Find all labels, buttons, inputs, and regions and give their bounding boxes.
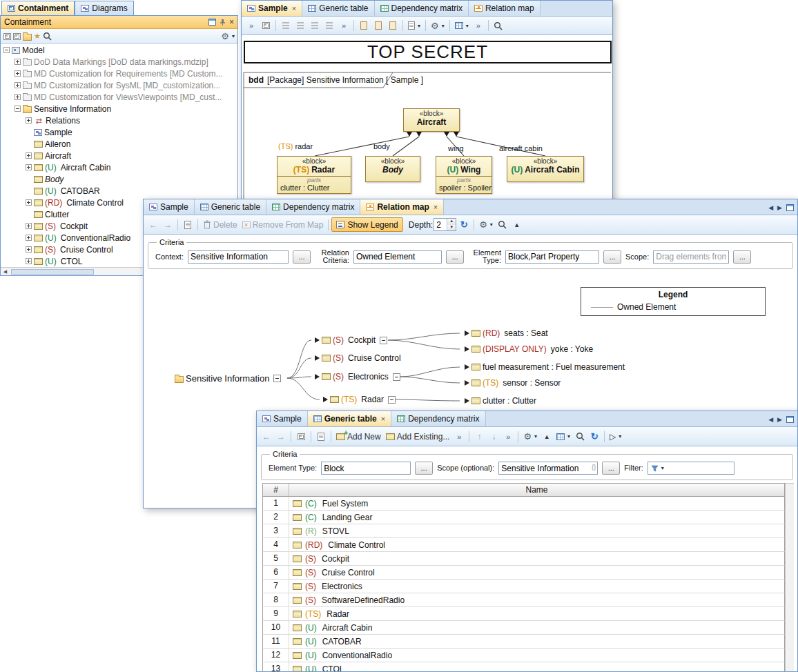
block-radar[interactable]: «block» (TS)Radar parts clutter : Clutte…: [277, 156, 351, 194]
refresh-icon[interactable]: ↻: [587, 430, 601, 444]
open-folder-icon[interactable]: [23, 34, 32, 41]
align-center-icon[interactable]: [293, 19, 307, 32]
gear-icon[interactable]: ⚙: [221, 32, 229, 41]
table-header[interactable]: # Name: [262, 483, 785, 497]
tree-item[interactable]: Aileron: [1, 138, 237, 150]
tab-dependency-matrix[interactable]: Dependency matrix: [266, 199, 360, 215]
search-icon[interactable]: [573, 430, 587, 444]
tree-item[interactable]: Body: [1, 173, 237, 185]
forward-icon[interactable]: →: [274, 430, 288, 444]
dependencies-icon[interactable]: ▾: [406, 19, 422, 32]
scope-input[interactable]: [498, 462, 598, 475]
expander-icon[interactable]: [14, 106, 21, 112]
relation-criteria-more-button[interactable]: ...: [446, 250, 464, 264]
tab-diagrams[interactable]: Diagrams: [75, 1, 133, 15]
scrollbar-thumb[interactable]: [11, 269, 94, 275]
element-type-more-button[interactable]: ...: [603, 250, 621, 264]
step-up-icon[interactable]: ▲: [447, 219, 456, 225]
tab-scroll-left-icon[interactable]: ◀: [768, 204, 773, 211]
tab-relation-map[interactable]: Relation map: [360, 199, 444, 215]
table-row[interactable]: 1(C)Fuel System: [262, 497, 785, 511]
tree-item[interactable]: MD Customization for SysML [MD_customiza…: [1, 79, 237, 91]
expander-icon[interactable]: [26, 152, 32, 159]
expander-icon[interactable]: [26, 235, 32, 241]
element-type-more-button[interactable]: ...: [415, 462, 433, 475]
expander-icon[interactable]: [26, 246, 32, 253]
search-icon[interactable]: [496, 218, 509, 232]
tab-relation-map[interactable]: Relation map: [469, 1, 541, 16]
open-specification-icon[interactable]: [181, 218, 195, 232]
tree-item[interactable]: Aircraft: [1, 150, 237, 161]
step-down-icon[interactable]: ▼: [447, 225, 456, 231]
tab-scroll-right-icon[interactable]: ▶: [777, 204, 782, 211]
restore-window-icon[interactable]: [786, 416, 794, 423]
pin-icon[interactable]: [219, 19, 226, 26]
collapse-icon[interactable]: [273, 375, 281, 382]
table-row[interactable]: 5(S)Cockpit: [262, 552, 785, 566]
align-left-icon[interactable]: [279, 19, 293, 32]
restore-window-icon[interactable]: [786, 204, 794, 211]
open-specification-icon[interactable]: [314, 430, 328, 444]
column-name[interactable]: Name: [289, 485, 784, 495]
float-window-icon[interactable]: [208, 19, 216, 26]
expand-selection-icon[interactable]: [13, 33, 21, 40]
close-icon[interactable]: [380, 414, 385, 424]
relmap-node[interactable]: (DISPLAY ONLY)yoke : Yoke: [465, 344, 593, 354]
collapse-criteria-icon[interactable]: ▲: [510, 218, 524, 232]
tab-sample[interactable]: Sample: [242, 1, 302, 16]
tab-scroll-left-icon[interactable]: ◀: [768, 416, 773, 423]
remove-from-map-button[interactable]: Remove From Map: [240, 218, 326, 232]
close-icon[interactable]: [432, 202, 438, 212]
relmap-node[interactable]: (TS)sensor : Sensor: [465, 378, 561, 388]
containment-tree-icon[interactable]: [259, 19, 273, 32]
element-type-input[interactable]: [321, 462, 411, 475]
gear-icon[interactable]: ⚙▾: [521, 430, 539, 444]
tree-item[interactable]: MD Customization for ViewsViewpoints [MD…: [1, 91, 237, 103]
diagram-canvas[interactable]: TOP SECRET bdd[Package] Sensitive Inform…: [242, 35, 612, 213]
tree-item[interactable]: Relations: [1, 115, 237, 126]
table-row[interactable]: 4(RD)Climate Control: [262, 538, 785, 552]
depth-stepper[interactable]: ▲▼: [434, 218, 456, 231]
table-row[interactable]: 2(C)Landing Gear: [262, 511, 785, 524]
context-more-button[interactable]: ...: [293, 250, 311, 264]
table-row[interactable]: 11(U)CATOBAR: [262, 635, 785, 649]
scope-more-button[interactable]: ...: [733, 250, 751, 264]
tree-item[interactable]: Model: [1, 44, 237, 56]
expander-icon[interactable]: [14, 59, 21, 65]
align-right-icon[interactable]: [308, 19, 322, 32]
refresh-icon[interactable]: ↻: [457, 218, 471, 232]
scope-input[interactable]: [653, 250, 729, 264]
show-legend-toggle[interactable]: Show Legend: [331, 217, 402, 232]
relmap-node[interactable]: (RD)seats : Seat: [465, 328, 548, 338]
table-row[interactable]: 12(U)ConventionalRadio: [262, 649, 785, 662]
copy-icon[interactable]: [357, 19, 371, 32]
tree-item[interactable]: (U)CATOBAR: [1, 185, 237, 197]
favorites-icon[interactable]: ★: [34, 32, 41, 41]
block-aircraft[interactable]: «block» Aircraft: [403, 108, 460, 132]
containment-tree-icon[interactable]: [294, 430, 308, 444]
tab-generic-table[interactable]: Generic table: [195, 199, 266, 215]
tab-generic-table[interactable]: Generic table: [308, 411, 391, 426]
gear-icon[interactable]: ⚙▾: [477, 218, 495, 232]
scope-more-button[interactable]: ...: [602, 462, 620, 475]
relmap-node[interactable]: (S)Cruise Control: [315, 353, 401, 363]
search-icon[interactable]: [492, 19, 505, 32]
overflow-chevron-icon[interactable]: »: [337, 19, 351, 32]
filter-input[interactable]: ▾: [648, 462, 734, 475]
table-options-icon[interactable]: ▾: [453, 19, 471, 32]
overflow-chevron-icon[interactable]: »: [471, 19, 485, 32]
collapse-criteria-icon[interactable]: ▲: [540, 430, 554, 444]
collapse-all-icon[interactable]: [3, 33, 11, 40]
expander-icon[interactable]: [26, 258, 32, 264]
move-down-icon[interactable]: ↓: [487, 430, 500, 444]
paste-icon[interactable]: [371, 19, 385, 32]
move-up-icon[interactable]: ↑: [472, 430, 486, 444]
relmap-node[interactable]: fuel measurement : Fuel measurement: [465, 362, 625, 372]
overflow-chevron-icon[interactable]: »: [501, 430, 515, 444]
tree-item[interactable]: Sensitive Information: [1, 103, 237, 115]
vertical-scrollbar[interactable]: [785, 483, 794, 671]
expander-icon[interactable]: [14, 82, 21, 88]
relmap-node[interactable]: clutter : Clutter: [465, 396, 536, 406]
add-new-button[interactable]: Add New: [334, 430, 383, 444]
relmap-node[interactable]: (TS)Radar: [323, 395, 396, 404]
